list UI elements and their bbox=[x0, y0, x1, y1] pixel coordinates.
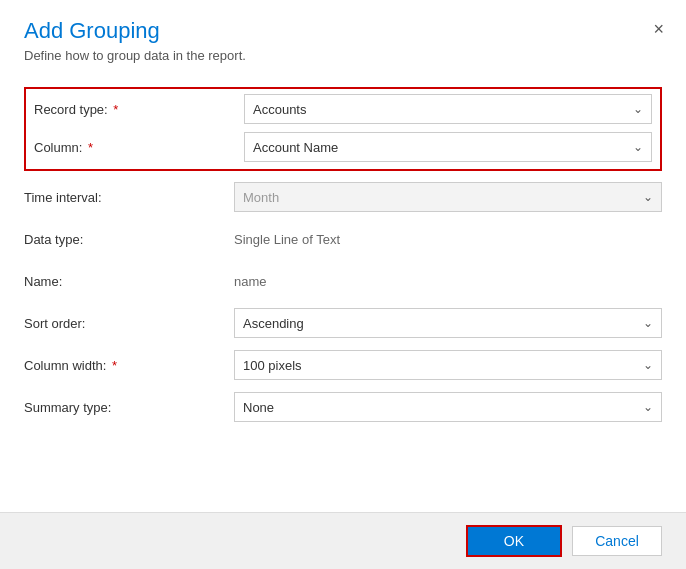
record-type-dropdown[interactable]: Accounts ⌄ bbox=[244, 94, 652, 124]
cancel-button[interactable]: Cancel bbox=[572, 526, 662, 556]
close-button[interactable]: × bbox=[647, 16, 670, 42]
column-width-chevron-icon: ⌄ bbox=[643, 358, 653, 372]
summary-type-value: None bbox=[243, 400, 274, 415]
record-type-required: * bbox=[113, 102, 118, 117]
dialog-footer: OK Cancel bbox=[0, 512, 686, 569]
time-interval-label: Time interval: bbox=[24, 190, 234, 205]
column-dropdown[interactable]: Account Name ⌄ bbox=[244, 132, 652, 162]
dialog-title: Add Grouping bbox=[24, 18, 662, 44]
name-label: Name: bbox=[24, 274, 234, 289]
data-type-label: Data type: bbox=[24, 232, 234, 247]
column-width-required: * bbox=[112, 358, 117, 373]
column-width-value: 100 pixels bbox=[243, 358, 302, 373]
column-width-dropdown[interactable]: 100 pixels ⌄ bbox=[234, 350, 662, 380]
summary-type-dropdown[interactable]: None ⌄ bbox=[234, 392, 662, 422]
dialog-header: Add Grouping Define how to group data in… bbox=[0, 0, 686, 71]
dialog-subtitle: Define how to group data in the report. bbox=[24, 48, 662, 63]
dialog-body: Record type: * Accounts ⌄ Column: * Acco… bbox=[0, 71, 686, 512]
column-value: Account Name bbox=[253, 140, 338, 155]
time-interval-value: Month bbox=[243, 190, 279, 205]
record-type-label: Record type: * bbox=[34, 102, 244, 117]
column-width-group: Column width: * 100 pixels ⌄ bbox=[24, 349, 662, 381]
sort-order-label: Sort order: bbox=[24, 316, 234, 331]
column-required: * bbox=[88, 140, 93, 155]
column-chevron-icon: ⌄ bbox=[633, 140, 643, 154]
record-type-chevron-icon: ⌄ bbox=[633, 102, 643, 116]
time-interval-chevron-icon: ⌄ bbox=[643, 190, 653, 204]
name-value: name bbox=[234, 274, 662, 289]
highlighted-group: Record type: * Accounts ⌄ Column: * Acco… bbox=[24, 87, 662, 171]
summary-type-chevron-icon: ⌄ bbox=[643, 400, 653, 414]
column-width-label: Column width: * bbox=[24, 358, 234, 373]
sort-order-chevron-icon: ⌄ bbox=[643, 316, 653, 330]
data-type-value: Single Line of Text bbox=[234, 232, 662, 247]
sort-order-group: Sort order: Ascending ⌄ bbox=[24, 307, 662, 339]
record-type-group: Record type: * Accounts ⌄ bbox=[34, 93, 652, 125]
time-interval-group: Time interval: Month ⌄ bbox=[24, 181, 662, 213]
sort-order-value: Ascending bbox=[243, 316, 304, 331]
sort-order-dropdown[interactable]: Ascending ⌄ bbox=[234, 308, 662, 338]
data-type-group: Data type: Single Line of Text bbox=[24, 223, 662, 255]
ok-button[interactable]: OK bbox=[466, 525, 562, 557]
name-group: Name: name bbox=[24, 265, 662, 297]
column-group: Column: * Account Name ⌄ bbox=[34, 131, 652, 163]
summary-type-group: Summary type: None ⌄ bbox=[24, 391, 662, 423]
summary-type-label: Summary type: bbox=[24, 400, 234, 415]
record-type-value: Accounts bbox=[253, 102, 306, 117]
add-grouping-dialog: Add Grouping Define how to group data in… bbox=[0, 0, 686, 569]
time-interval-dropdown[interactable]: Month ⌄ bbox=[234, 182, 662, 212]
column-label: Column: * bbox=[34, 140, 244, 155]
